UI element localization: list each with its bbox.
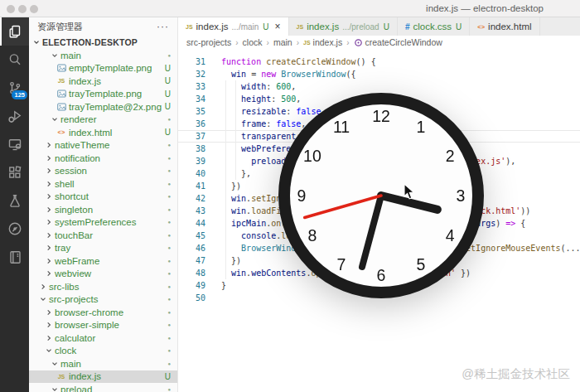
svg-text:5: 5 bbox=[417, 255, 426, 273]
tree-item-label: session bbox=[55, 166, 167, 176]
symbol-method-icon bbox=[354, 38, 363, 47]
modified-dot-badge: ● bbox=[167, 336, 177, 341]
modified-dot-badge: ● bbox=[167, 348, 177, 353]
tree-item-webframe[interactable]: webFrame● bbox=[29, 254, 177, 268]
untracked-badge: U bbox=[165, 102, 177, 111]
activity-item-timer-tool[interactable] bbox=[0, 215, 29, 243]
activity-item-notebook[interactable] bbox=[0, 243, 29, 271]
tree-item-label: singleton bbox=[55, 205, 167, 215]
zoom-window-button[interactable] bbox=[30, 5, 38, 13]
untracked-badge: U bbox=[263, 22, 268, 31]
window-title: index.js — electron-desktop bbox=[426, 3, 544, 13]
tree-item-preload[interactable]: preload● bbox=[29, 383, 177, 392]
notebook-icon bbox=[7, 249, 23, 265]
explorer-sidebar: 资源管理器 ··· ELECTRON-DESKTOP main●emptyTem… bbox=[29, 17, 178, 392]
tree-item-systempreferences[interactable]: systemPreferences● bbox=[29, 216, 177, 230]
svg-text:6: 6 bbox=[377, 266, 386, 284]
tab-index.js[interactable]: JSindex.js.../preloadU bbox=[289, 17, 398, 36]
tree-item-browser-simple[interactable]: browser-simple● bbox=[29, 319, 177, 332]
breadcrumb-item-src-projects[interactable]: src-projects bbox=[186, 37, 231, 47]
minimize-window-button[interactable] bbox=[18, 5, 27, 13]
tree-item-index.js[interactable]: JSindex.jsU bbox=[29, 370, 177, 384]
modified-dot-badge: ● bbox=[167, 143, 177, 148]
tree-item-traytemplate@2x.png[interactable]: trayTemplate@2x.pngU bbox=[29, 100, 177, 114]
untracked-badge: U bbox=[384, 22, 389, 31]
tab-index.html[interactable]: <>index.html bbox=[470, 17, 539, 36]
tree-item-src-projects[interactable]: src-projects● bbox=[29, 293, 177, 307]
activity-item-run-debug[interactable] bbox=[0, 102, 29, 130]
more-actions-icon[interactable]: ··· bbox=[157, 21, 169, 32]
tree-item-emptytemplate.png[interactable]: emptyTemplate.pngU bbox=[29, 62, 177, 75]
tree-item-src-libs[interactable]: src-libs● bbox=[29, 280, 177, 293]
tree-item-touchbar[interactable]: touchBar● bbox=[29, 229, 177, 242]
tree-root-electron-desktop[interactable]: ELECTRON-DESKTOP bbox=[29, 36, 177, 49]
tree-item-traytemplate.png[interactable]: trayTemplate.pngU bbox=[29, 88, 177, 101]
tree-item-renderer[interactable]: renderer● bbox=[29, 114, 177, 127]
image-file-icon bbox=[56, 64, 66, 72]
line-number: 39 bbox=[178, 155, 205, 167]
tree-item-shell[interactable]: shell● bbox=[29, 177, 177, 191]
breadcrumb-item-index.js[interactable]: JSindex.js bbox=[303, 37, 342, 47]
tree-item-session[interactable]: session● bbox=[29, 165, 177, 178]
modified-dot-badge: ● bbox=[167, 220, 177, 225]
tree-item-singleton[interactable]: singleton● bbox=[29, 203, 177, 216]
tree-item-index.js[interactable]: JSindex.jsU bbox=[29, 75, 177, 88]
breadcrumb-item-createcirclewindow[interactable]: createCircleWindow bbox=[354, 37, 442, 47]
svg-text:11: 11 bbox=[333, 118, 350, 136]
breadcrumb-item-main[interactable]: main bbox=[273, 37, 292, 47]
svg-text:12: 12 bbox=[372, 107, 390, 125]
line-number: 40 bbox=[178, 167, 205, 180]
untracked-badge: U bbox=[165, 76, 177, 85]
modified-dot-badge: ● bbox=[167, 233, 177, 238]
activity-item-search[interactable] bbox=[0, 46, 29, 74]
chevron-right-icon bbox=[45, 206, 53, 214]
close-window-button[interactable] bbox=[7, 5, 15, 13]
chevron-right-icon bbox=[45, 231, 53, 240]
activity-item-extensions[interactable] bbox=[0, 158, 29, 186]
tab-label: index.js bbox=[307, 22, 339, 31]
untracked-badge: U bbox=[165, 90, 177, 99]
activity-item-testing[interactable] bbox=[0, 186, 29, 215]
line-number: 35 bbox=[178, 105, 205, 118]
vscode-window: index.js — electron-desktop 125 资源管理器 ··… bbox=[0, 0, 580, 392]
js-file-icon: JS bbox=[56, 374, 66, 380]
activity-item-remote-explorer[interactable] bbox=[0, 130, 29, 158]
tree-item-webview[interactable]: webview● bbox=[29, 268, 177, 281]
line-number: 49 bbox=[178, 279, 205, 292]
line-number: 50 bbox=[178, 292, 205, 304]
svg-text:2: 2 bbox=[446, 147, 455, 165]
modified-dot-badge: ● bbox=[167, 259, 177, 264]
tree-item-index.html[interactable]: <>index.htmlU bbox=[29, 126, 177, 139]
untracked-badge: U bbox=[456, 22, 462, 31]
tree-item-label: preload bbox=[60, 385, 167, 392]
tree-item-label: trayTemplate.png bbox=[69, 89, 165, 99]
run-debug-icon bbox=[7, 108, 23, 124]
tree-item-main[interactable]: main● bbox=[29, 357, 177, 370]
tree-item-tray[interactable]: tray● bbox=[29, 242, 177, 255]
close-tab-icon[interactable]: × bbox=[275, 21, 281, 32]
clock-overlay-window[interactable]: 123456789101112 bbox=[273, 88, 489, 303]
modified-dot-badge: ● bbox=[167, 245, 177, 250]
modified-dot-badge: ● bbox=[167, 53, 177, 58]
tree-item-main[interactable]: main● bbox=[29, 49, 177, 62]
activity-item-explorer[interactable] bbox=[0, 17, 29, 46]
tree-item-label: src-libs bbox=[49, 282, 167, 292]
tree-item-clock[interactable]: clock● bbox=[29, 345, 177, 358]
tab-index.js[interactable]: JSindex.js.../mainU× bbox=[178, 17, 289, 36]
chevron-right-icon bbox=[45, 180, 53, 188]
html-file-icon: <> bbox=[477, 23, 485, 31]
tree-item-calculator[interactable]: calculator● bbox=[29, 332, 177, 345]
line-number: 38 bbox=[178, 143, 205, 155]
tree-item-notification[interactable]: notification● bbox=[29, 152, 177, 165]
chevron-down-icon bbox=[51, 51, 59, 60]
breadcrumb-separator: › bbox=[346, 38, 349, 47]
tab-clock.css[interactable]: #clock.cssU bbox=[398, 17, 470, 36]
tree-item-nativetheme[interactable]: nativeTheme● bbox=[29, 139, 177, 152]
tree-item-label: nativeTheme bbox=[55, 140, 167, 150]
tree-item-label: main bbox=[60, 51, 167, 60]
breadcrumb-item-clock[interactable]: clock bbox=[243, 37, 263, 47]
chevron-down-icon bbox=[45, 346, 53, 355]
activity-item-source-control[interactable]: 125 bbox=[0, 74, 29, 102]
tree-item-browser-chrome[interactable]: browser-chrome● bbox=[29, 306, 177, 319]
tree-item-shortcut[interactable]: shortcut● bbox=[29, 191, 177, 204]
